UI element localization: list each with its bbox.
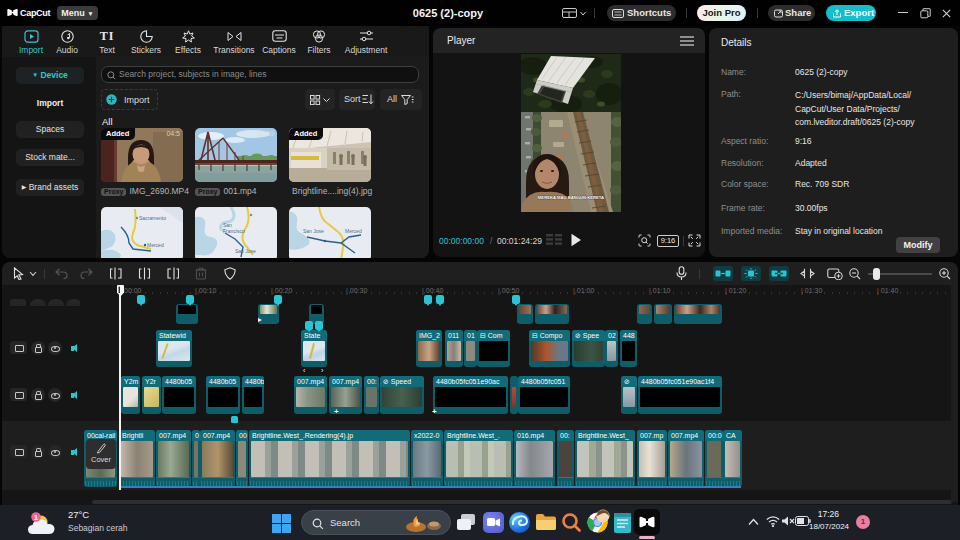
svg-text:San Jose: San Jose xyxy=(235,248,256,254)
svg-text:Merced: Merced xyxy=(345,228,362,234)
svg-text:Sacramento: Sacramento xyxy=(139,215,166,221)
svg-text:San Jose: San Jose xyxy=(303,228,324,234)
svg-text:MEREKA MAU BANGUN KERETA: MEREKA MAU BANGUN KERETA xyxy=(538,195,604,200)
svg-text:1: 1 xyxy=(34,513,39,522)
svg-text:Merced: Merced xyxy=(147,242,164,248)
svg-text:Francisco: Francisco xyxy=(223,228,245,234)
